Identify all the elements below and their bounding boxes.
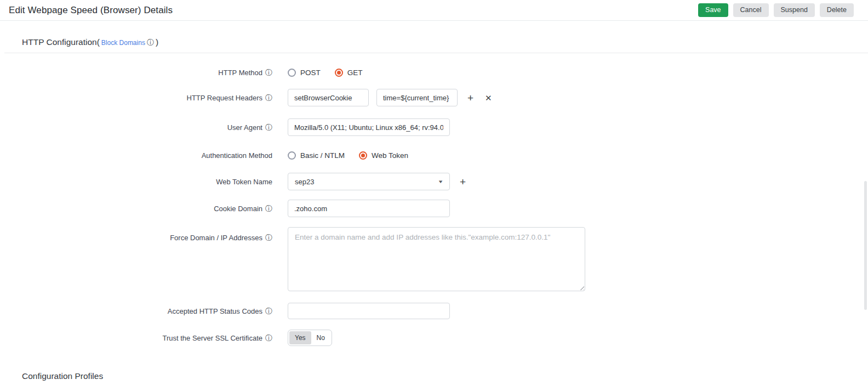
header-name-input[interactable] [288, 89, 369, 106]
http-method-post-radio[interactable]: POST [288, 69, 321, 77]
section-title: Configuration Profiles [22, 371, 103, 381]
info-icon[interactable]: ⓘ [265, 69, 272, 76]
cookie-domain-input[interactable] [288, 200, 450, 217]
auth-method-label: Authentication Method [202, 151, 272, 160]
cancel-button[interactable]: Cancel [733, 3, 769, 17]
info-icon[interactable]: ⓘ [265, 205, 272, 212]
radio-unselected-icon [288, 151, 296, 160]
radio-selected-icon [335, 69, 343, 77]
http-configuration-header: HTTP Configuration( Block Domains ⓘ ) [0, 21, 868, 53]
section-title-suffix: ) [156, 37, 158, 47]
suspend-button[interactable]: Suspend [774, 3, 815, 17]
trust-ssl-no-option[interactable]: No [311, 331, 330, 344]
force-domain-label: Force Domain / IP Addresses [170, 234, 262, 242]
http-method-label: HTTP Method [218, 69, 262, 77]
radio-label: Web Token [372, 151, 408, 160]
vertical-scrollbar[interactable] [864, 181, 867, 310]
trust-ssl-toggle: Yes No [288, 330, 332, 346]
web-token-name-label: Web Token Name [216, 178, 272, 186]
block-domains-link[interactable]: Block Domains [101, 39, 145, 47]
request-headers-label: HTTP Request Headers [187, 94, 263, 102]
cookie-domain-label: Cookie Domain [214, 205, 262, 213]
accepted-status-codes-row: Accepted HTTP Status Codes ⓘ [0, 303, 868, 319]
radio-selected-icon [359, 151, 367, 160]
user-agent-label: User Agent [227, 123, 262, 132]
accepted-status-codes-label: Accepted HTTP Status Codes [168, 307, 262, 315]
radio-label: POST [300, 69, 321, 77]
info-icon[interactable]: ⓘ [265, 94, 272, 101]
http-method-get-radio[interactable]: GET [335, 69, 363, 77]
radio-label: Basic / NTLM [300, 151, 345, 160]
info-icon[interactable]: ⓘ [147, 39, 154, 46]
remove-header-icon[interactable]: ✕ [485, 94, 492, 102]
info-icon[interactable]: ⓘ [265, 335, 272, 342]
info-icon[interactable]: ⓘ [265, 234, 272, 241]
delete-button[interactable]: Delete [820, 3, 854, 17]
header-value-input[interactable] [376, 89, 458, 106]
web-token-name-row: Web Token Name sep23 ▼ + [0, 173, 868, 190]
trust-ssl-row: Trust the Server SSL Certificate ⓘ Yes N… [0, 330, 868, 346]
trust-ssl-yes-option[interactable]: Yes [289, 331, 311, 344]
user-agent-row: User Agent ⓘ [0, 118, 868, 136]
cookie-domain-row: Cookie Domain ⓘ [0, 200, 868, 217]
main-content: HTTP Configuration( Block Domains ⓘ ) HT… [0, 21, 868, 385]
chevron-down-icon: ▼ [437, 179, 443, 184]
http-configuration-form: HTTP Method ⓘ POST GET HTTP Request Head… [0, 53, 868, 346]
top-bar: Edit Webpage Speed (Browser) Details Sav… [0, 0, 868, 21]
auth-method-row: Authentication Method Basic / NTLM Web T… [0, 150, 868, 161]
info-icon[interactable]: ⓘ [265, 124, 272, 131]
user-agent-input[interactable] [288, 118, 450, 136]
http-method-row: HTTP Method ⓘ POST GET [0, 67, 868, 78]
selected-value: sep23 [295, 178, 314, 186]
accepted-status-codes-input[interactable] [288, 303, 450, 319]
section-title: HTTP Configuration( [22, 37, 100, 47]
add-header-icon[interactable]: + [467, 93, 473, 103]
save-button[interactable]: Save [698, 3, 728, 17]
radio-label: GET [347, 69, 363, 77]
header-actions: Save Cancel Suspend Delete [698, 3, 854, 17]
radio-unselected-icon [288, 69, 296, 77]
web-token-select[interactable]: sep23 ▼ [288, 173, 450, 190]
info-icon[interactable]: ⓘ [265, 308, 272, 315]
force-domain-row: Force Domain / IP Addresses ⓘ [0, 227, 868, 291]
page-title: Edit Webpage Speed (Browser) Details [9, 5, 173, 16]
auth-basic-ntlm-radio[interactable]: Basic / NTLM [288, 151, 345, 160]
configuration-profiles-header: Configuration Profiles [0, 346, 868, 385]
force-domain-textarea[interactable] [288, 227, 585, 291]
request-headers-row: HTTP Request Headers ⓘ + ✕ [0, 89, 868, 106]
auth-web-token-radio[interactable]: Web Token [359, 151, 408, 160]
trust-ssl-label: Trust the Server SSL Certificate [162, 334, 262, 342]
add-web-token-icon[interactable]: + [460, 177, 466, 187]
